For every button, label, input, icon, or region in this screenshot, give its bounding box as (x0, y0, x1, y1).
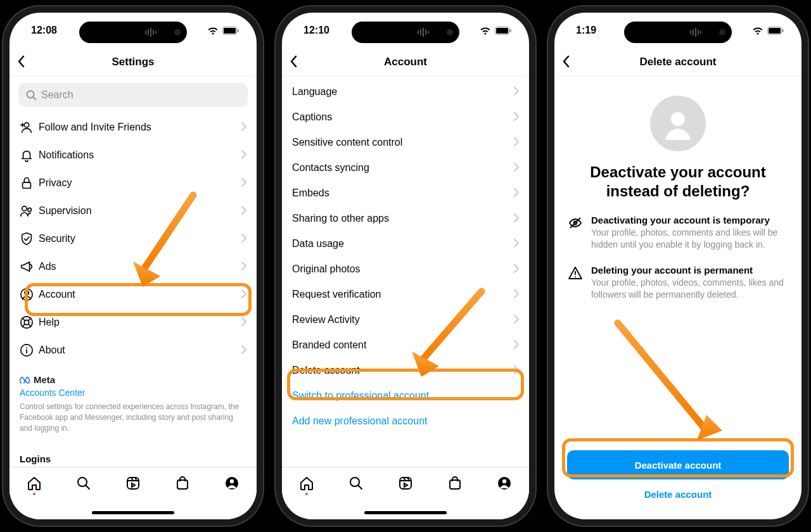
back-button[interactable] (290, 54, 297, 70)
chevron-right-icon (241, 288, 246, 301)
clock: 1:19 (576, 25, 596, 36)
tab-profile[interactable] (496, 475, 513, 491)
accounts-center-link[interactable]: Accounts Center (20, 388, 246, 398)
page-title: Account (384, 56, 427, 68)
megaphone-icon (20, 260, 39, 274)
chevron-right-icon (241, 121, 246, 134)
svg-line-22 (29, 318, 31, 320)
svg-line-20 (22, 318, 25, 320)
svg-rect-49 (695, 28, 696, 37)
account-row-original-photos[interactable]: Original photos (282, 256, 529, 282)
switch-professional-link[interactable]: Switch to professional account (282, 383, 529, 408)
page-title: Delete account (640, 56, 717, 68)
warning-icon (568, 266, 582, 301)
svg-rect-2 (150, 28, 151, 37)
svg-point-15 (28, 208, 32, 212)
add-professional-link[interactable]: Add new professional account (282, 408, 529, 434)
chevron-right-icon (514, 364, 519, 377)
meta-logo: Meta (20, 374, 246, 385)
svg-rect-29 (127, 478, 139, 489)
settings-row-help[interactable]: Help (10, 308, 257, 336)
account-row-language[interactable]: Language (282, 79, 529, 104)
search-input[interactable]: Search (18, 83, 248, 107)
svg-line-21 (29, 324, 31, 327)
clock: 12:10 (303, 25, 329, 36)
bell-icon (20, 148, 39, 162)
tab-shop[interactable] (174, 475, 191, 491)
chevron-right-icon (514, 288, 519, 301)
settings-row-supervision[interactable]: Supervision (10, 197, 257, 225)
account-row-review-activity[interactable]: Review Activity (282, 307, 529, 332)
battery-icon (495, 27, 511, 35)
settings-row-security[interactable]: Security (10, 225, 257, 253)
tab-reels[interactable] (125, 475, 141, 491)
svg-rect-30 (177, 480, 188, 489)
tab-home[interactable] (26, 475, 42, 491)
svg-point-59 (575, 276, 576, 277)
svg-rect-48 (693, 29, 694, 35)
tab-reels[interactable] (397, 475, 414, 491)
svg-rect-1 (148, 29, 149, 35)
chevron-right-icon (241, 316, 246, 329)
svg-point-14 (22, 206, 27, 211)
chevron-right-icon (514, 86, 519, 99)
account-row-embeds[interactable]: Embeds (282, 180, 529, 206)
tab-shop[interactable] (447, 475, 463, 491)
account-row-branded-content[interactable]: Branded content (282, 332, 529, 358)
svg-point-17 (25, 291, 29, 294)
account-row-request-verification[interactable]: Request verification (282, 282, 529, 307)
account-row-captions[interactable]: Captions (282, 104, 529, 130)
tab-profile[interactable] (224, 475, 240, 491)
svg-rect-40 (510, 29, 511, 32)
back-button[interactable] (17, 54, 25, 70)
svg-rect-7 (238, 29, 239, 32)
battery-icon (222, 27, 239, 35)
delete-button[interactable]: Delete account (641, 488, 716, 500)
account-row-sensitive-content-control[interactable]: Sensitive content control (282, 130, 529, 155)
svg-rect-4 (155, 31, 156, 34)
home-indicator (364, 511, 447, 514)
nav-header: Settings (10, 48, 257, 77)
svg-rect-37 (428, 31, 429, 34)
shield-icon (20, 232, 39, 246)
chevron-right-icon (514, 136, 519, 149)
settings-row-follow-and-invite-friends[interactable]: Follow and Invite Friends (10, 113, 257, 141)
back-button[interactable] (562, 54, 570, 70)
tab-search[interactable] (75, 475, 92, 491)
chevron-right-icon (241, 260, 246, 274)
svg-point-10 (24, 123, 29, 127)
settings-row-notifications[interactable]: Notifications (10, 141, 257, 169)
svg-rect-34 (420, 29, 421, 35)
svg-rect-35 (423, 28, 424, 37)
headline: Deactivate your account instead of delet… (568, 163, 788, 201)
chevron-right-icon (514, 263, 519, 276)
svg-rect-3 (153, 30, 154, 35)
svg-rect-33 (418, 30, 419, 34)
settings-row-ads[interactable]: Ads (10, 253, 257, 281)
account-row-delete-account[interactable]: Delete account (282, 358, 529, 383)
svg-line-28 (86, 485, 89, 489)
account-row-sharing-to-other-apps[interactable]: Sharing to other apps (282, 206, 529, 231)
svg-rect-51 (700, 31, 701, 34)
tab-home[interactable] (298, 475, 315, 491)
settings-row-account[interactable]: Account (10, 281, 257, 308)
deactivate-button[interactable]: Deactivate account (567, 450, 789, 479)
page-title: Settings (112, 56, 154, 68)
tab-search[interactable] (348, 475, 364, 491)
svg-line-42 (358, 485, 362, 489)
account-row-contacts-syncing[interactable]: Contacts syncing (282, 155, 529, 180)
settings-row-privacy[interactable]: Privacy (10, 169, 257, 197)
users-icon (20, 204, 39, 218)
account-row-data-usage[interactable]: Data usage (282, 231, 529, 256)
info-icon (20, 343, 39, 357)
svg-rect-47 (690, 30, 691, 34)
svg-point-26 (26, 347, 27, 348)
user-circle-icon (20, 288, 39, 301)
settings-row-about[interactable]: About (10, 336, 257, 364)
phone-settings: 12:08 Settings Search Follow and Invite … (10, 13, 257, 519)
svg-rect-43 (400, 478, 411, 489)
battery-icon (767, 27, 784, 35)
clock: 12:08 (31, 25, 57, 36)
svg-rect-13 (23, 182, 31, 188)
user-plus-icon (20, 120, 39, 134)
